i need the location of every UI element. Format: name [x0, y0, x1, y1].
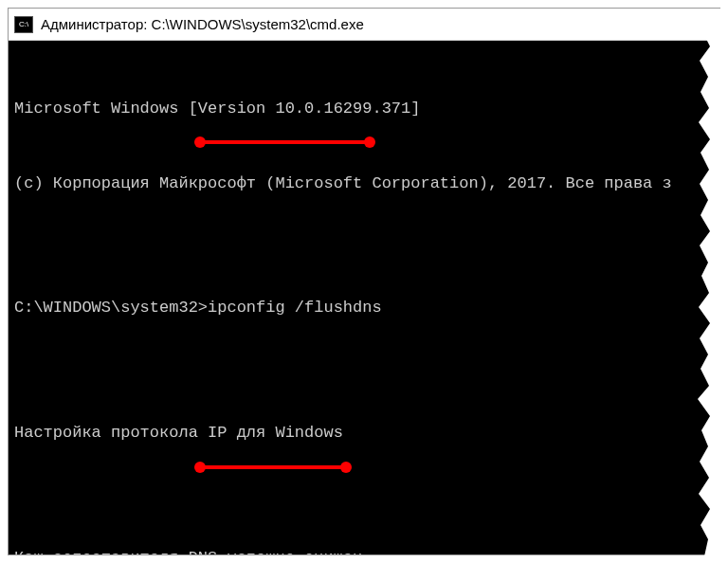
term-line: (с) Корпорация Майкрософт (Microsoft Cor…	[14, 172, 714, 196]
term-line: C:\WINDOWS\system32>ipconfig /flushdns	[14, 296, 714, 320]
annotation-underline	[197, 140, 373, 144]
term-line: Microsoft Windows [Version 10.0.16299.37…	[14, 97, 714, 121]
annotation-underline	[197, 465, 349, 469]
term-line: Настройка протокола IP для Windows	[14, 421, 714, 445]
window-title: Администратор: C:\WINDOWS\system32\cmd.e…	[41, 16, 364, 32]
titlebar[interactable]: C:\ Администратор: C:\WINDOWS\system32\c…	[9, 9, 719, 41]
cmd-window: C:\ Администратор: C:\WINDOWS\system32\c…	[8, 8, 720, 555]
term-line: Кэш сопоставителя DNS успешно очищен.	[14, 546, 714, 554]
cmd-icon: C:\	[14, 16, 33, 33]
terminal-output[interactable]: Microsoft Windows [Version 10.0.16299.37…	[9, 41, 719, 554]
